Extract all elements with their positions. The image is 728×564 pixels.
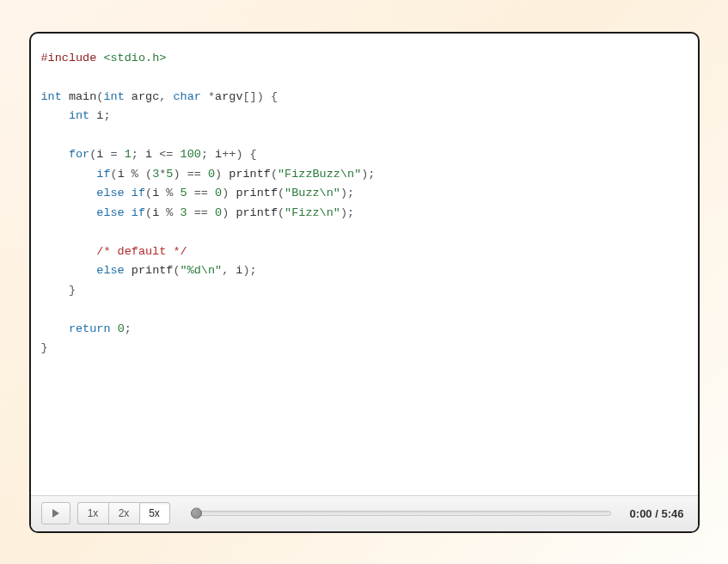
code-token xyxy=(125,264,132,277)
code-token xyxy=(41,322,69,335)
code-token: printf xyxy=(236,206,278,219)
code-token: ( xyxy=(278,187,284,199)
code-token: ) == xyxy=(173,168,208,181)
code-token: 0 xyxy=(118,322,125,335)
code-token: 1 xyxy=(125,148,132,161)
code-token: char xyxy=(173,90,200,103)
code-token: ; xyxy=(103,109,110,122)
code-token: <= xyxy=(152,148,180,161)
progress-slider[interactable] xyxy=(193,506,611,520)
time-total: 5:46 xyxy=(661,507,683,520)
code-token: else xyxy=(96,264,124,277)
code-token: = xyxy=(103,148,124,161)
code-token xyxy=(41,206,97,219)
code-token: <stdio.h> xyxy=(103,52,166,64)
code-token xyxy=(125,206,132,219)
code-token: % xyxy=(159,206,180,219)
code-token: ); xyxy=(340,187,354,199)
code-token: if xyxy=(96,168,110,181)
code-token: 3 xyxy=(180,206,187,219)
playback-controls: 1x2x5x 0:00 / 5:46 xyxy=(31,495,698,531)
code-token: % xyxy=(159,187,180,199)
code-token: #include xyxy=(41,52,97,64)
code-token: ); xyxy=(361,168,375,181)
code-token: } xyxy=(41,284,76,297)
progress-track xyxy=(193,511,611,516)
play-icon xyxy=(52,509,59,518)
code-token: ( xyxy=(145,206,152,219)
code-token: 0 xyxy=(215,187,222,199)
code-token xyxy=(62,90,69,103)
play-button[interactable] xyxy=(41,502,70,524)
code-token: ( xyxy=(145,187,152,199)
code-token: ); xyxy=(340,206,354,219)
code-token: printf xyxy=(132,264,174,277)
code-token: ; xyxy=(201,148,215,161)
code-token: int xyxy=(103,90,124,103)
code-token: int xyxy=(69,109,89,122)
code-token xyxy=(41,168,97,181)
code-token xyxy=(111,322,118,335)
code-token: ( xyxy=(271,168,278,181)
code-token: 100 xyxy=(180,148,201,161)
code-token: else xyxy=(96,187,124,199)
code-token xyxy=(41,109,69,122)
code-token: ( xyxy=(173,264,180,277)
code-token xyxy=(125,90,132,103)
code-token: ; xyxy=(132,148,145,161)
code-token: , xyxy=(159,90,173,103)
speed-button-5x[interactable]: 5x xyxy=(139,502,170,524)
code-token: ) xyxy=(222,206,236,219)
code-token: if xyxy=(132,206,145,219)
time-current: 0:00 xyxy=(630,507,652,520)
code-token: int xyxy=(41,90,62,103)
code-token: if xyxy=(132,187,145,199)
code-token: i xyxy=(215,148,222,161)
code-token: ++) { xyxy=(222,148,257,161)
code-token: "Fizz\n" xyxy=(284,206,340,219)
speed-button-2x[interactable]: 2x xyxy=(108,502,139,524)
code-token: ) xyxy=(222,187,236,199)
code-token: printf xyxy=(236,187,278,199)
code-token: == xyxy=(187,187,215,199)
speed-toggle-group: 1x2x5x xyxy=(77,502,170,524)
time-display: 0:00 / 5:46 xyxy=(630,507,684,520)
code-token: argv xyxy=(215,90,242,103)
code-token: ; xyxy=(125,322,132,335)
code-token: * xyxy=(201,90,215,103)
code-token: "%d\n" xyxy=(180,264,223,277)
speed-button-1x[interactable]: 1x xyxy=(77,502,108,524)
code-token: argc xyxy=(132,90,159,103)
code-token xyxy=(41,148,69,161)
code-token: /* default */ xyxy=(96,245,187,258)
code-token: printf xyxy=(229,168,271,181)
code-token: , xyxy=(222,264,236,277)
code-token: == xyxy=(187,206,215,219)
code-token: "FizzBuzz\n" xyxy=(278,168,361,181)
code-token: ( xyxy=(111,168,118,181)
code-token: 0 xyxy=(215,206,222,219)
code-token: for xyxy=(69,148,89,161)
code-token xyxy=(41,187,97,199)
code-token: ) xyxy=(215,168,229,181)
playback-player: #include <stdio.h> int main(int argc, ch… xyxy=(29,32,700,533)
code-token: []) { xyxy=(242,90,278,103)
code-token xyxy=(125,187,132,199)
code-token xyxy=(41,264,97,277)
code-token: i xyxy=(118,168,125,181)
code-token: main xyxy=(69,90,96,103)
code-token xyxy=(41,245,97,258)
code-token: } xyxy=(41,341,48,354)
code-token: 5 xyxy=(180,187,187,199)
code-token: i xyxy=(145,148,152,161)
code-token: return xyxy=(69,322,111,335)
code-token: "Buzz\n" xyxy=(284,187,340,199)
code-token: ( xyxy=(278,206,284,219)
code-token: else xyxy=(96,206,124,219)
code-viewport: #include <stdio.h> int main(int argc, ch… xyxy=(31,34,698,495)
code-token: % ( xyxy=(125,168,152,181)
progress-thumb[interactable] xyxy=(191,508,202,519)
code-token: ); xyxy=(242,264,256,277)
code-token: 0 xyxy=(208,168,215,181)
